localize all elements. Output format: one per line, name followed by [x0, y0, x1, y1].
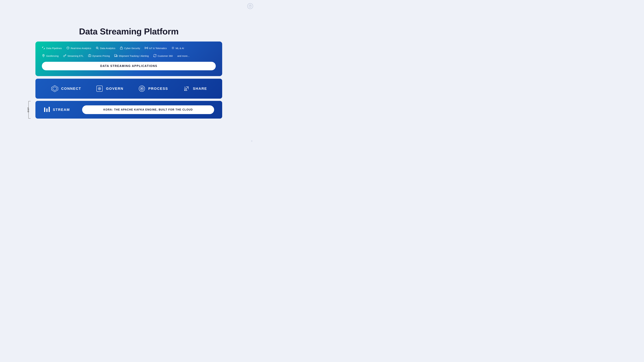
svg-point-9: [146, 47, 147, 48]
svg-rect-15: [114, 54, 116, 56]
tag-and-more: and more...: [177, 54, 194, 58]
platform-item-govern: GOVERN: [95, 84, 124, 93]
realtime-analytics-label: Real-time Analytics: [71, 47, 91, 49]
stream-card: STREAM KORA: THE APACHE KAFKA ENGINE, BU…: [36, 101, 222, 119]
app-bar-text: DATA STREAMING APPLICATIONS: [100, 64, 158, 67]
svg-rect-31: [48, 107, 50, 112]
svg-point-17: [115, 56, 116, 57]
app-tags-row1: Data Pipelines Real-time Analytics: [42, 46, 216, 50]
svg-marker-20: [53, 87, 57, 91]
data-analytics-icon: [96, 46, 99, 50]
stream-label: STREAM: [53, 108, 70, 112]
svg-point-11: [43, 55, 44, 55]
process-label: PROCESS: [148, 86, 168, 91]
customer-360-label: Customer 360: [158, 54, 173, 57]
tag-shipment-tracking: Shipment Tracking / Alerting: [114, 54, 153, 58]
tag-data-pipelines: Data Pipelines: [42, 46, 66, 50]
svg-point-26: [141, 88, 142, 89]
geofencing-icon: [42, 54, 45, 58]
shipment-tracking-label: Shipment Tracking / Alerting: [119, 54, 149, 57]
tag-data-analytics: Data Analytics: [96, 46, 120, 50]
data-analytics-label: Data Analytics: [100, 47, 115, 49]
stream-left: STREAM: [44, 106, 76, 113]
data-pipelines-icon: [42, 46, 45, 50]
connect-icon: [50, 84, 59, 93]
cyber-security-icon: [120, 46, 123, 50]
cyber-security-label: Cyber-Security: [124, 47, 140, 49]
iot-telematics-icon: [145, 46, 148, 50]
svg-marker-16: [116, 55, 117, 56]
svg-rect-29: [44, 107, 45, 112]
platform-card: CONNECT GOVERN: [36, 79, 222, 99]
svg-marker-1: [250, 5, 250, 6]
platform-item-process: PROCESS: [138, 84, 168, 93]
stream-icon: [44, 106, 50, 113]
applications-card: Data Pipelines Real-time Analytics: [36, 41, 222, 76]
content-wrapper: DSP Data Pipelines: [36, 41, 222, 119]
tag-streaming-etl: Streaming ETL: [63, 54, 88, 58]
page-container: II Data Streaming Platform DSP D: [0, 0, 258, 145]
ml-ai-label: ML & AI: [176, 47, 184, 49]
tag-iot-telematics: IoT & Telematics: [145, 46, 171, 50]
share-icon: [182, 84, 190, 93]
iot-telematics-label: IoT & Telematics: [149, 47, 167, 49]
dynamic-pricing-label: Dynamic Pricing: [92, 54, 110, 57]
process-icon: [138, 84, 146, 93]
govern-icon: [95, 84, 104, 93]
slide-number: II: [251, 140, 252, 142]
tag-ml-ai: ML & AI: [171, 46, 188, 50]
svg-point-18: [116, 56, 117, 57]
svg-point-23: [99, 88, 100, 89]
platform-item-connect: CONNECT: [50, 84, 81, 93]
tag-dynamic-pricing: Dynamic Pricing: [88, 54, 114, 58]
ml-ai-icon: [171, 46, 174, 50]
compass-icon: [247, 3, 253, 9]
dynamic-pricing-icon: [88, 54, 91, 58]
kafka-bar-text: KORA: THE APACHE KAFKA ENGINE, BUILT FOR…: [103, 108, 193, 111]
geofencing-label: Geofencing: [46, 54, 58, 57]
dsp-label: DSP: [27, 107, 30, 112]
tag-cyber-security: Cyber-Security: [120, 46, 144, 50]
svg-point-10: [172, 47, 173, 48]
share-label: SHARE: [193, 86, 207, 91]
shipment-tracking-icon: [114, 54, 118, 58]
dsp-section: CONNECT GOVERN: [36, 79, 222, 119]
customer-360-icon: [153, 54, 156, 58]
app-bar: DATA STREAMING APPLICATIONS: [42, 62, 216, 70]
platform-item-share: SHARE: [182, 84, 207, 93]
tag-realtime-analytics: Real-time Analytics: [66, 46, 96, 50]
connect-label: CONNECT: [61, 86, 81, 91]
govern-label: GOVERN: [106, 86, 124, 91]
streaming-etl-label: Streaming ETL: [68, 54, 84, 57]
tag-customer-360: Customer 360: [153, 54, 177, 58]
svg-marker-19: [52, 85, 58, 92]
svg-marker-2: [250, 6, 250, 7]
svg-point-22: [98, 87, 101, 90]
tag-geofencing: Geofencing: [42, 54, 63, 58]
svg-line-5: [98, 48, 99, 49]
svg-rect-30: [46, 108, 48, 112]
svg-rect-21: [96, 86, 102, 91]
streaming-etl-icon: [63, 54, 66, 58]
kafka-bar: KORA: THE APACHE KAFKA ENGINE, BUILT FOR…: [82, 105, 214, 114]
data-pipelines-label: Data Pipelines: [46, 47, 62, 49]
page-title: Data Streaming Platform: [79, 26, 179, 36]
realtime-analytics-icon: [66, 46, 70, 50]
and-more-label: and more...: [177, 54, 190, 57]
svg-rect-8: [120, 48, 123, 49]
app-tags-row2: Geofencing Streaming ETL: [42, 54, 216, 58]
dsp-bracket: DSP: [27, 101, 30, 119]
